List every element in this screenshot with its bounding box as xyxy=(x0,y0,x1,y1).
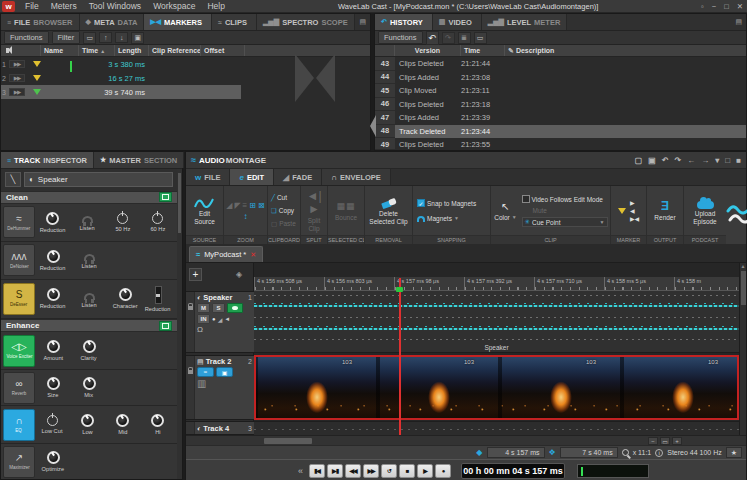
marker-play-icon[interactable]: ▶▶ xyxy=(9,88,25,96)
nav-back-icon[interactable]: ← xyxy=(687,156,695,165)
reduction-knob[interactable]: Reduction xyxy=(35,212,70,233)
zoom-clip-icon[interactable]: ◤ xyxy=(234,201,240,210)
reverb-button[interactable]: ∞Reverb xyxy=(3,372,35,404)
color-dropdown[interactable]: ↖Color▼ xyxy=(494,200,518,221)
mid-knob[interactable]: Mid xyxy=(105,414,140,435)
deesser-button[interactable]: SDeEsser xyxy=(3,283,35,315)
zoom-fit-mini-icon[interactable]: ▭ xyxy=(660,437,670,445)
functions-button[interactable]: Functions xyxy=(4,31,49,44)
horizontal-scrollbar[interactable]: − ▭ + xyxy=(186,435,746,445)
cut-button[interactable]: ╱Cut xyxy=(271,192,287,204)
speaker-audio-clip[interactable]: Speaker xyxy=(254,291,739,353)
marker-pair-icon[interactable]: ▶◀ xyxy=(630,215,639,222)
enhance-section-header[interactable]: Enhance xyxy=(1,319,177,332)
menu-meters[interactable]: Meters xyxy=(45,1,83,11)
edit-preset-icon[interactable]: ╲ xyxy=(5,172,21,187)
track-header-track2[interactable]: ▤Track 22 ≈ ▣ ▥ xyxy=(186,355,254,420)
track-name[interactable]: Track 2 xyxy=(206,357,232,366)
size-knob[interactable]: Size xyxy=(35,377,71,398)
track-header-speaker[interactable]: ◐Speaker1 M S IN ● ◢ ◄ Ω xyxy=(186,291,254,353)
magnets-dropdown[interactable]: Magnets▼ xyxy=(417,212,459,224)
render-button[interactable]: ƎRender xyxy=(654,200,675,221)
move-down-icon[interactable]: ↓ xyxy=(115,32,128,43)
lock-icon[interactable] xyxy=(188,306,193,310)
edit-source-button[interactable]: EditSource xyxy=(194,196,215,225)
reduction-fader[interactable]: Reduction xyxy=(143,286,173,312)
cursor-position-value[interactable]: 4 s 157 ms xyxy=(487,447,545,458)
tab-history[interactable]: ↶HISTORY xyxy=(375,14,433,30)
clip-reference-column-header[interactable]: Clip Reference xyxy=(149,45,201,56)
redo-icon[interactable]: ↷ xyxy=(442,32,455,44)
prev-marker-icon[interactable]: ◀ xyxy=(630,207,639,214)
tab-envelope[interactable]: ∩ENVELOPE xyxy=(322,169,391,185)
list-icon[interactable]: ≣ xyxy=(458,32,471,44)
history-row[interactable]: 43Clips Deleted21:21:44 xyxy=(375,57,746,71)
zoom-out-icon[interactable]: ⊠ xyxy=(258,201,265,210)
panel-menu-icon[interactable]: ▤ xyxy=(731,18,746,26)
clean-section-header[interactable]: Clean xyxy=(1,191,177,204)
denoiser-button[interactable]: ʌʌʌDeNoiser xyxy=(3,244,35,276)
dehummer-button[interactable]: ≈DeHummer xyxy=(3,206,35,238)
video-follows-edit-mode-checkbox[interactable]: Video Follows Edit Mode xyxy=(522,194,603,204)
monitor-button[interactable] xyxy=(227,303,243,313)
history-row[interactable]: 45Clip Moved21:23:11 xyxy=(375,84,746,98)
record-button[interactable]: ● xyxy=(435,464,451,478)
eq-button[interactable]: ∩EQ xyxy=(3,409,35,441)
next-marker-icon[interactable]: ▶ xyxy=(630,199,639,206)
audio-format-value[interactable]: Stereo 44 100 Hz xyxy=(667,449,721,456)
filter-button[interactable]: Filter xyxy=(52,31,81,44)
rewind-button[interactable]: ◀◀ xyxy=(345,464,361,478)
solo-button[interactable]: S xyxy=(212,303,225,313)
play-button[interactable]: ▶ xyxy=(417,464,433,478)
favorite-button[interactable]: ★ xyxy=(726,447,742,458)
minimize-icon[interactable]: − xyxy=(712,2,716,11)
tab-spectroscope[interactable]: ▂▅▇SPECTROSCOPE xyxy=(257,14,355,30)
version-column-header[interactable]: Version xyxy=(395,45,461,56)
history-row-selected[interactable]: 48Track Deleted21:23:44 xyxy=(375,125,746,139)
undo-icon[interactable]: ↶ xyxy=(662,156,669,165)
split-clip-button[interactable]: ◄|►SplitClip xyxy=(302,190,326,232)
zoom-in-mini-icon[interactable]: + xyxy=(672,437,682,445)
close-document-icon[interactable]: ✕ xyxy=(250,251,256,259)
lock-icon[interactable] xyxy=(188,370,193,374)
tab-clips[interactable]: ≈CLIPS xyxy=(212,14,257,30)
audio-extract-button[interactable]: ≈ xyxy=(197,367,214,377)
voice-exciter-button[interactable]: ◁▷Voice Exciter xyxy=(3,335,35,367)
audition-column-header[interactable] xyxy=(1,45,41,56)
listen-button[interactable]: Listen xyxy=(71,290,107,308)
pan-icon[interactable]: ◢ xyxy=(218,316,223,323)
playhead-cursor[interactable] xyxy=(399,278,401,435)
inspector-scrollbar[interactable] xyxy=(177,169,182,479)
playhead-marker[interactable] xyxy=(396,287,403,292)
headset-icon[interactable]: Ω xyxy=(197,325,203,334)
open-icon[interactable]: ▣ xyxy=(648,156,656,165)
splitter-collapse-icon[interactable] xyxy=(370,115,376,137)
selection-length-value[interactable]: 7 s 40 ms xyxy=(560,447,618,458)
history-row[interactable]: 47Clips Added21:23:39 xyxy=(375,111,746,125)
input-button[interactable]: IN xyxy=(197,314,210,324)
document-tab-mypodcast[interactable]: ≈ MyPodcast * ✕ xyxy=(189,246,263,262)
tab-level-meter[interactable]: ▂▅▇LEVELMETER xyxy=(482,14,568,30)
track4-lane[interactable] xyxy=(254,421,739,435)
undo-icon[interactable]: ↶ xyxy=(426,31,439,45)
vertical-scrollbar[interactable]: ▲ xyxy=(739,263,746,435)
time-ruler[interactable]: 4 s 156 ms 508 μs 4 s 156 ms 803 μs 4 s … xyxy=(254,277,739,291)
maximizer-button[interactable]: ↗Maximizer xyxy=(3,446,35,478)
hi-knob[interactable]: Hi xyxy=(140,414,175,435)
stop-button[interactable]: ■ xyxy=(399,464,415,478)
listen-button[interactable]: Listen xyxy=(70,213,105,231)
zoom-ratio-value[interactable]: x 11:1 xyxy=(633,449,652,456)
close-icon[interactable]: ✕ xyxy=(737,2,743,11)
tab-file[interactable]: wFILE xyxy=(186,169,230,185)
tab-meta-data[interactable]: ◆METADATA xyxy=(80,14,145,30)
track-name[interactable]: Track 4 xyxy=(203,424,229,433)
character-knob[interactable]: Character xyxy=(107,288,143,309)
folder-icon[interactable]: ▭ xyxy=(474,32,487,44)
menu-tool-windows[interactable]: Tool Windows xyxy=(83,1,147,11)
delete-selected-clip-button[interactable]: DeleteSelected Clip xyxy=(369,197,407,225)
timeline[interactable]: 4 s 156 ms 508 μs 4 s 156 ms 803 μs 4 s … xyxy=(254,263,739,435)
tab-fade[interactable]: ◢FADE xyxy=(274,169,322,185)
zoom-vertical-icon[interactable]: ↕ xyxy=(244,212,248,221)
upload-episode-button[interactable]: UploadEpisode xyxy=(693,197,717,225)
description-column-header[interactable]: ✎Description xyxy=(505,45,746,56)
